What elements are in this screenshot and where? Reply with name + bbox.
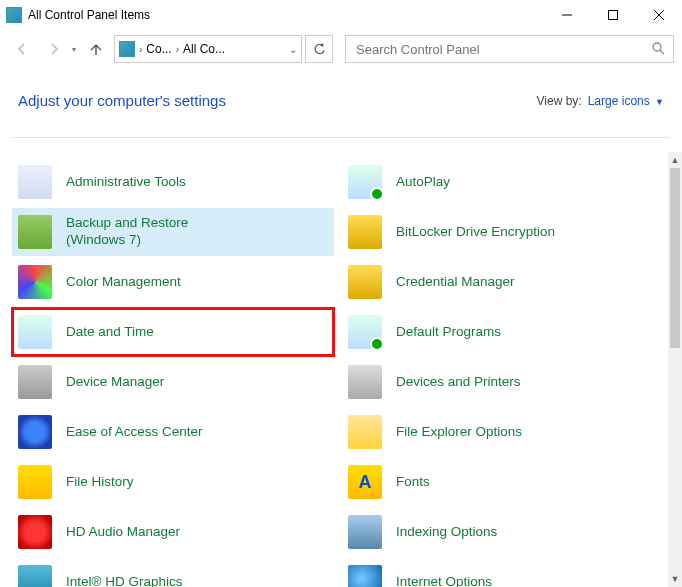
navbar: ▾ › Co... › All Co... ⌄ <box>0 30 682 68</box>
search-icon[interactable] <box>651 41 665 58</box>
item-label: Indexing Options <box>396 524 497 541</box>
item-ease-of-access-icon <box>18 415 52 449</box>
breadcrumb-dropdown-icon[interactable]: ⌄ <box>289 44 297 55</box>
item-label: HD Audio Manager <box>66 524 180 541</box>
item-bitlocker-icon <box>348 215 382 249</box>
item-default-programs-icon <box>348 315 382 349</box>
close-button[interactable] <box>636 0 682 30</box>
breadcrumb-part[interactable]: All Co... <box>183 42 225 56</box>
history-dropdown-icon[interactable]: ▾ <box>72 45 76 54</box>
vertical-scrollbar[interactable]: ▲ ▼ <box>668 152 682 587</box>
search-input[interactable] <box>354 41 651 58</box>
item-label: Administrative Tools <box>66 174 186 191</box>
svg-point-4 <box>653 43 661 51</box>
item-label: File Explorer Options <box>396 424 522 441</box>
item-autoplay-icon <box>348 165 382 199</box>
address-bar[interactable]: › Co... › All Co... ⌄ <box>114 35 302 63</box>
refresh-button[interactable] <box>305 35 333 63</box>
item-label: Backup and Restore (Windows 7) <box>66 215 236 249</box>
item-file-history-icon <box>18 465 52 499</box>
item-hd-audio-manager[interactable]: HD Audio Manager <box>12 508 334 556</box>
item-device-manager[interactable]: Device Manager <box>12 358 334 406</box>
view-mode-dropdown[interactable]: Large icons ▼ <box>588 94 664 108</box>
item-bitlocker[interactable]: BitLocker Drive Encryption <box>342 208 664 256</box>
item-label: AutoPlay <box>396 174 450 191</box>
page-heading: Adjust your computer's settings <box>18 92 537 109</box>
maximize-button[interactable] <box>590 0 636 30</box>
item-autoplay[interactable]: AutoPlay <box>342 158 664 206</box>
svg-rect-1 <box>609 11 618 20</box>
breadcrumb-part[interactable]: Co... <box>146 42 171 56</box>
item-internet-options-icon <box>348 565 382 587</box>
item-label: BitLocker Drive Encryption <box>396 224 555 241</box>
search-box[interactable] <box>345 35 674 63</box>
item-internet-options[interactable]: Internet Options <box>342 558 664 587</box>
item-file-explorer-options-icon <box>348 415 382 449</box>
item-file-history[interactable]: File History <box>12 458 334 506</box>
item-label: Credential Manager <box>396 274 515 291</box>
item-file-explorer-options[interactable]: File Explorer Options <box>342 408 664 456</box>
control-panel-icon <box>6 7 22 23</box>
divider <box>12 137 670 138</box>
scroll-thumb[interactable] <box>670 168 680 348</box>
item-indexing-options[interactable]: Indexing Options <box>342 508 664 556</box>
heading-row: Adjust your computer's settings View by:… <box>0 68 682 119</box>
item-label: Devices and Printers <box>396 374 521 391</box>
item-fonts-icon: A <box>348 465 382 499</box>
item-label: Default Programs <box>396 324 501 341</box>
item-intel-hd-graphics-icon <box>18 565 52 587</box>
item-color-management[interactable]: Color Management <box>12 258 334 306</box>
item-label: File History <box>66 474 134 491</box>
view-mode-value: Large icons <box>588 94 650 108</box>
item-default-programs[interactable]: Default Programs <box>342 308 664 356</box>
view-by-label: View by: <box>537 94 582 108</box>
item-label: Fonts <box>396 474 430 491</box>
item-label: Device Manager <box>66 374 164 391</box>
item-administrative-tools-icon <box>18 165 52 199</box>
item-date-and-time-icon <box>18 315 52 349</box>
item-color-management-icon <box>18 265 52 299</box>
item-backup-restore[interactable]: Backup and Restore (Windows 7) <box>12 208 334 256</box>
back-button[interactable] <box>8 35 36 63</box>
items-area: Administrative ToolsAutoPlayBackup and R… <box>0 152 668 587</box>
breadcrumb-sep-icon: › <box>139 44 142 55</box>
item-devices-printers[interactable]: Devices and Printers <box>342 358 664 406</box>
item-label: Internet Options <box>396 574 492 587</box>
item-hd-audio-manager-icon <box>18 515 52 549</box>
up-button[interactable] <box>82 35 110 63</box>
scroll-down-button[interactable]: ▼ <box>668 571 682 587</box>
item-ease-of-access[interactable]: Ease of Access Center <box>12 408 334 456</box>
scroll-up-button[interactable]: ▲ <box>668 152 682 168</box>
item-date-and-time[interactable]: Date and Time <box>12 308 334 356</box>
item-label: Color Management <box>66 274 181 291</box>
item-label: Intel® HD Graphics <box>66 574 182 587</box>
svg-line-5 <box>660 50 664 54</box>
window-title: All Control Panel Items <box>28 8 544 22</box>
item-administrative-tools[interactable]: Administrative Tools <box>12 158 334 206</box>
item-label: Ease of Access Center <box>66 424 203 441</box>
item-indexing-options-icon <box>348 515 382 549</box>
breadcrumb-sep-icon: › <box>176 44 179 55</box>
address-icon <box>119 41 135 57</box>
item-device-manager-icon <box>18 365 52 399</box>
item-backup-restore-icon <box>18 215 52 249</box>
items-grid: Administrative ToolsAutoPlayBackup and R… <box>12 158 664 587</box>
item-credential-manager-icon <box>348 265 382 299</box>
item-credential-manager[interactable]: Credential Manager <box>342 258 664 306</box>
item-devices-printers-icon <box>348 365 382 399</box>
chevron-down-icon: ▼ <box>655 97 664 107</box>
forward-button[interactable] <box>40 35 68 63</box>
minimize-button[interactable] <box>544 0 590 30</box>
titlebar: All Control Panel Items <box>0 0 682 30</box>
item-intel-hd-graphics[interactable]: Intel® HD Graphics <box>12 558 334 587</box>
item-fonts[interactable]: AFonts <box>342 458 664 506</box>
item-label: Date and Time <box>66 324 154 341</box>
